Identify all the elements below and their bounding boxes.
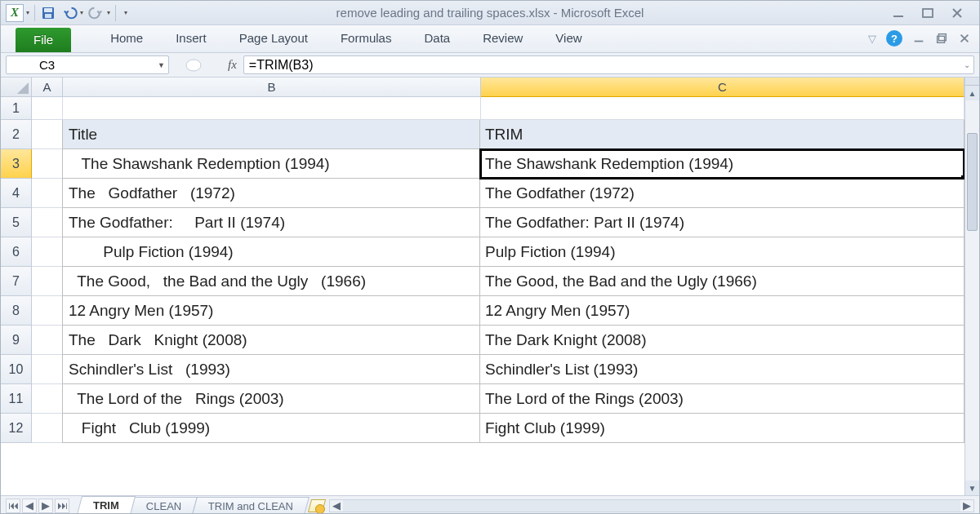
scroll-down-icon[interactable]: ▼ <box>965 481 979 495</box>
cell-A6[interactable] <box>32 237 63 267</box>
row-header-2[interactable]: 2 <box>1 120 32 149</box>
row-header-12[interactable]: 12 <box>1 414 32 443</box>
maximize-icon[interactable] <box>920 6 935 20</box>
cell-C1[interactable] <box>481 97 964 120</box>
qat-divider-2 <box>115 5 116 21</box>
column-header-B[interactable]: B <box>63 78 481 97</box>
cell-C6[interactable]: Pulp Fiction (1994) <box>480 237 964 267</box>
cell-B10[interactable]: Schindler's List (1993) <box>62 355 480 384</box>
cell-B7[interactable]: The Good, the Bad and the Ugly (1966) <box>62 267 480 296</box>
row-header-10[interactable]: 10 <box>1 355 32 384</box>
scroll-thumb[interactable] <box>967 133 978 231</box>
row-header-8[interactable]: 8 <box>1 296 32 326</box>
ribbon-tab-home[interactable]: Home <box>94 26 159 52</box>
workbook-minimize-icon[interactable] <box>912 32 925 45</box>
row-header-4[interactable]: 4 <box>1 179 32 208</box>
customize-qat-icon[interactable]: ▾ <box>124 9 127 16</box>
cell-A1[interactable] <box>32 97 63 120</box>
ribbon-tab-review[interactable]: Review <box>466 26 539 52</box>
row-header-3[interactable]: 3 <box>1 149 32 179</box>
workbook-close-icon[interactable] <box>958 32 971 45</box>
new-sheet-icon[interactable] <box>308 499 326 512</box>
sheet-nav-next-icon[interactable]: ▶ <box>38 498 53 513</box>
row-header-9[interactable]: 9 <box>1 326 32 355</box>
cell-B1[interactable] <box>63 97 481 120</box>
vertical-scrollbar[interactable]: ▲ ▼ <box>964 78 979 495</box>
file-tab[interactable]: File <box>16 28 71 52</box>
split-box-icon[interactable] <box>965 78 979 86</box>
column-header-C[interactable]: C <box>481 78 964 97</box>
cell-A4[interactable] <box>32 179 63 208</box>
ribbon-tab-data[interactable]: Data <box>408 26 466 52</box>
cell-C5[interactable]: The Godfather: Part II (1974) <box>480 208 964 237</box>
sheet-nav-first-icon[interactable]: ⏮ <box>6 498 20 513</box>
ribbon-tab-insert[interactable]: Insert <box>159 26 223 52</box>
cell-C8[interactable]: 12 Angry Men (1957) <box>480 296 964 326</box>
ribbon-tab-formulas[interactable]: Formulas <box>324 26 408 52</box>
undo-dropdown-icon[interactable]: ▾ <box>80 9 83 16</box>
cell-C10[interactable]: Schindler's List (1993) <box>480 355 964 384</box>
horizontal-scrollbar[interactable]: ◀ ▶ <box>329 499 974 512</box>
minimize-icon[interactable] <box>891 6 906 20</box>
help-icon[interactable]: ? <box>886 30 902 47</box>
select-all-corner[interactable] <box>1 78 32 97</box>
sheet-nav-last-icon[interactable]: ⏭ <box>55 498 69 513</box>
undo-icon[interactable] <box>61 5 78 21</box>
cell-A3[interactable] <box>32 149 63 179</box>
ribbon-tab-page-layout[interactable]: Page Layout <box>223 26 324 52</box>
redo-dropdown-icon[interactable]: ▾ <box>107 9 110 16</box>
cell-A9[interactable] <box>32 326 63 355</box>
sheet-nav-prev-icon[interactable]: ◀ <box>22 498 37 513</box>
cell-A10[interactable] <box>32 355 63 384</box>
hscroll-left-icon[interactable]: ◀ <box>330 500 343 512</box>
row-header-5[interactable]: 5 <box>1 208 32 237</box>
ribbon-tab-view[interactable]: View <box>539 26 598 52</box>
cell-C11[interactable]: The Lord of the Rings (2003) <box>480 384 964 414</box>
cell-B11[interactable]: The Lord of the Rings (2003) <box>62 384 480 414</box>
cell-A5[interactable] <box>32 208 63 237</box>
scroll-track[interactable] <box>965 100 979 481</box>
formula-input[interactable]: =TRIM(B3) ⌄ <box>243 55 974 74</box>
cell-B6[interactable]: Pulp Fiction (1994) <box>62 237 480 267</box>
save-icon[interactable] <box>40 5 56 21</box>
cell-C12[interactable]: Fight Club (1999) <box>480 414 964 443</box>
cell-B12[interactable]: Fight Club (1999) <box>62 414 480 443</box>
redo-icon[interactable] <box>88 5 105 21</box>
close-icon[interactable] <box>950 6 964 20</box>
cell-B2[interactable]: Title <box>62 120 480 149</box>
namebox-dropdown-icon[interactable]: ▼ <box>158 61 165 69</box>
cell-B5[interactable]: The Godfather: Part II (1974) <box>62 208 480 237</box>
cell-A7[interactable] <box>32 267 63 296</box>
cell-C3[interactable]: The Shawshank Redemption (1994) <box>480 149 964 179</box>
fx-icon[interactable]: fx <box>228 58 237 72</box>
sheet-tab-clean[interactable]: CLEAN <box>130 497 198 514</box>
cell-B4[interactable]: The Godfather (1972) <box>62 179 480 208</box>
cell-B8[interactable]: 12 Angry Men (1957) <box>62 296 480 326</box>
cell-C4[interactable]: The Godfather (1972) <box>480 179 964 208</box>
formula-expand-icon[interactable]: ⌄ <box>964 60 970 69</box>
cell-C7[interactable]: The Good, the Bad and the Ugly (1966) <box>480 267 964 296</box>
sheet-tab-trim-and-clean[interactable]: TRIM and CLEAN <box>192 497 310 514</box>
ribbon-minimize-icon[interactable]: ▽ <box>868 33 876 45</box>
row-header-11[interactable]: 11 <box>1 384 32 414</box>
column-header-A[interactable]: A <box>32 78 63 97</box>
cell-C2[interactable]: TRIM <box>480 120 964 149</box>
cell-C9[interactable]: The Dark Knight (2008) <box>480 326 964 355</box>
cell-B3[interactable]: The Shawshank Redemption (1994) <box>62 149 480 179</box>
name-box[interactable]: C3 ▼ <box>6 55 169 74</box>
scroll-up-icon[interactable]: ▲ <box>965 86 979 100</box>
grid-rows: 12TitleTRIM3 The Shawshank Redemption (1… <box>1 97 964 495</box>
workbook-restore-icon[interactable] <box>935 32 948 45</box>
cell-B9[interactable]: The Dark Knight (2008) <box>62 326 480 355</box>
hscroll-right-icon[interactable]: ▶ <box>960 500 973 512</box>
sheet-tab-trim[interactable]: TRIM <box>77 496 136 514</box>
row-header-7[interactable]: 7 <box>1 267 32 296</box>
cell-A2[interactable] <box>32 120 63 149</box>
row-header-1[interactable]: 1 <box>1 97 32 120</box>
excel-logo-icon[interactable]: X <box>6 4 24 22</box>
qat-logo-dropdown-icon[interactable]: ▾ <box>26 9 29 16</box>
cell-A8[interactable] <box>32 296 63 326</box>
row-header-6[interactable]: 6 <box>1 237 32 267</box>
cell-A11[interactable] <box>32 384 63 414</box>
cell-A12[interactable] <box>32 414 63 443</box>
